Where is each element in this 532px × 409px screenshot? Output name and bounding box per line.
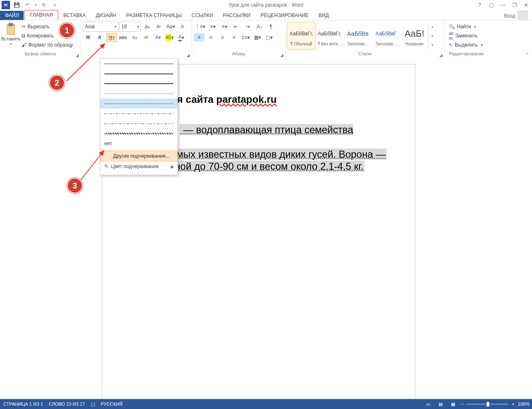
style-heading2[interactable]: АаБбВвГЗаголово... bbox=[372, 22, 400, 50]
style-normal[interactable]: АаБбВвГг,¶ Обычный bbox=[287, 22, 315, 50]
minimize-button[interactable]: — bbox=[497, 0, 509, 10]
shading-button[interactable]: ▦▾ bbox=[252, 33, 263, 42]
zoom-level[interactable]: 100% bbox=[518, 402, 530, 407]
zoom-slider[interactable] bbox=[467, 404, 508, 405]
align-left-button[interactable]: ≡ bbox=[194, 33, 204, 42]
find-button[interactable]: 🔍Найти▾ bbox=[446, 22, 485, 31]
highlight-button[interactable]: ab▾ bbox=[164, 33, 175, 42]
pen-icon: ✎ bbox=[104, 164, 108, 169]
underline-color-item[interactable]: ✎ Цвет подчеркивания ▶ bbox=[100, 161, 177, 171]
tab-view[interactable]: ВИД bbox=[313, 11, 334, 20]
numbering-button[interactable]: ≡▾ bbox=[207, 22, 218, 31]
superscript-button[interactable]: x² bbox=[141, 33, 152, 42]
tab-layout[interactable]: РАЗМЕТКА СТРАНИЦЫ bbox=[121, 11, 187, 20]
status-proofing-icon[interactable]: ▢ bbox=[91, 402, 95, 407]
help-button[interactable]: ? bbox=[474, 0, 485, 10]
tab-insert[interactable]: ВСТАВКА bbox=[58, 11, 91, 20]
select-label: Выделить bbox=[455, 42, 478, 48]
italic-button[interactable]: К bbox=[94, 33, 105, 42]
underline-more-item[interactable]: Другие подчеркивания... bbox=[100, 151, 177, 161]
select-button[interactable]: ↖Выделить▾ bbox=[446, 40, 485, 50]
clipboard-launcher[interactable]: ◢ bbox=[75, 53, 80, 58]
strikethrough-button[interactable]: abc bbox=[118, 33, 128, 42]
zoom-out-button[interactable]: − bbox=[461, 402, 463, 407]
tab-mailings[interactable]: РАССЫЛКИ bbox=[218, 11, 256, 20]
sign-in[interactable]: Вход bbox=[504, 11, 528, 21]
underline-style-wave[interactable] bbox=[100, 129, 177, 139]
multilevel-button[interactable]: ≡▾ bbox=[219, 22, 230, 31]
font-color-button[interactable]: A▾ bbox=[176, 33, 187, 42]
style-label: Заголово... bbox=[345, 42, 371, 46]
tab-references[interactable]: ССЫЛКИ bbox=[187, 11, 218, 20]
font-name-combo[interactable]: Arial▾ bbox=[83, 22, 118, 32]
align-center-button[interactable]: ≡ bbox=[205, 33, 216, 42]
tab-review[interactable]: РЕЦЕНЗИРОВАНИЕ bbox=[256, 11, 313, 20]
underline-style-double[interactable] bbox=[100, 69, 177, 79]
styles-gallery[interactable]: АаБбВвГг,¶ Обычный АаБбВвГг,¶ Без инте..… bbox=[287, 22, 436, 50]
paragraph-launcher[interactable]: ◢ bbox=[279, 53, 284, 58]
underline-style-dot-dot-dash[interactable] bbox=[100, 119, 177, 129]
font-launcher[interactable]: ◢ bbox=[186, 53, 191, 58]
close-button[interactable]: ✕ bbox=[520, 0, 532, 10]
format-painter-label: Формат по образцу bbox=[28, 42, 73, 48]
view-web-button[interactable]: ▦ bbox=[448, 400, 458, 408]
style-preview: АаБбВвГ bbox=[376, 26, 397, 42]
clear-formatting-button[interactable]: A bbox=[177, 22, 188, 31]
font-size-combo[interactable]: 18▾ bbox=[119, 22, 141, 32]
paste-label: Вставить bbox=[1, 36, 21, 41]
zoom-in-button[interactable]: + bbox=[512, 402, 514, 407]
bullets-button[interactable]: ⋮≡▾ bbox=[194, 22, 207, 31]
ribbon-tabs: ФАЙЛ ГЛАВНАЯ ВСТАВКА ДИЗАЙН РАЗМЕТКА СТР… bbox=[0, 10, 532, 20]
grow-font-button[interactable]: A▴ bbox=[142, 22, 153, 31]
window-title: Урок для сайта paratapok - Word bbox=[0, 2, 532, 8]
styles-launcher[interactable]: ◢ bbox=[438, 53, 443, 58]
sort-button[interactable]: A↓ bbox=[254, 22, 265, 31]
show-marks-button[interactable]: ¶ bbox=[266, 22, 276, 31]
underline-button[interactable]: Ч▾ bbox=[106, 33, 117, 42]
tab-home[interactable]: ГЛАВНАЯ bbox=[25, 10, 58, 20]
replace-button[interactable]: abacЗаменить bbox=[446, 31, 485, 40]
view-read-button[interactable]: ▭ bbox=[424, 400, 433, 408]
format-painter-button[interactable]: 🖌Формат по образцу bbox=[20, 40, 75, 50]
restore-button[interactable]: ❐ bbox=[509, 0, 520, 10]
styles-gallery-scroll[interactable]: ▴▾▾ bbox=[429, 22, 436, 50]
subscript-button[interactable]: x₂ bbox=[129, 33, 140, 42]
style-label: ¶ Обычный bbox=[288, 42, 314, 46]
bold-button[interactable]: Ж bbox=[83, 33, 94, 42]
style-title[interactable]: АаБ!Название bbox=[400, 22, 429, 50]
view-print-button[interactable]: ▤ bbox=[436, 400, 445, 408]
underline-style-dotted[interactable] bbox=[100, 89, 177, 99]
ribbon-display-button[interactable]: ▢ bbox=[485, 0, 497, 10]
increase-indent-button[interactable]: ⇥ bbox=[242, 22, 253, 31]
style-label: ¶ Без инте... bbox=[317, 42, 342, 46]
justify-button[interactable]: ≡ bbox=[229, 33, 239, 42]
style-label: Заголово... bbox=[373, 42, 399, 46]
text-effects-button[interactable]: A▾ bbox=[153, 33, 163, 42]
align-right-button[interactable]: ≡ bbox=[217, 33, 228, 42]
shrink-font-button[interactable]: A▾ bbox=[153, 22, 164, 31]
decrease-indent-button[interactable]: ⇤ bbox=[231, 22, 241, 31]
underline-style-single[interactable] bbox=[100, 59, 177, 69]
collapse-ribbon-button[interactable]: ⌃ bbox=[525, 52, 530, 58]
replace-icon: abac bbox=[449, 31, 453, 40]
group-label-editing: Редактирование bbox=[446, 51, 486, 59]
status-words[interactable]: СЛОВО 23 ИЗ 27 bbox=[49, 402, 85, 407]
borders-button[interactable]: ▢▾ bbox=[264, 33, 274, 42]
underline-style-dashed[interactable] bbox=[100, 99, 177, 109]
underline-style-dot-dash[interactable] bbox=[100, 109, 177, 119]
status-page[interactable]: СТРАНИЦА 1 ИЗ 1 bbox=[3, 402, 43, 407]
submenu-arrow-icon: ▶ bbox=[171, 164, 174, 169]
paste-button[interactable]: Вставить ▾ bbox=[2, 21, 20, 46]
underline-style-none[interactable]: нет bbox=[100, 139, 177, 149]
tab-file[interactable]: ФАЙЛ bbox=[0, 11, 24, 20]
tab-design[interactable]: ДИЗАЙН bbox=[91, 11, 121, 20]
underline-color-label: Цвет подчеркивания bbox=[111, 164, 158, 169]
underline-dropdown: нет Другие подчеркивания... ✎ Цвет подче… bbox=[100, 58, 178, 175]
underline-style-thick[interactable] bbox=[100, 79, 177, 89]
change-case-button[interactable]: Aa▾ bbox=[165, 22, 176, 31]
group-styles: АаБбВвГг,¶ Обычный АаБбВвГг,¶ Без инте..… bbox=[286, 20, 445, 59]
status-language[interactable]: РУССКИЙ bbox=[101, 402, 123, 407]
style-no-spacing[interactable]: АаБбВвГг,¶ Без инте... bbox=[315, 22, 344, 50]
style-heading1[interactable]: АаБбВвЗаголово... bbox=[344, 22, 372, 50]
line-spacing-button[interactable]: ‡≡▾ bbox=[240, 33, 251, 42]
